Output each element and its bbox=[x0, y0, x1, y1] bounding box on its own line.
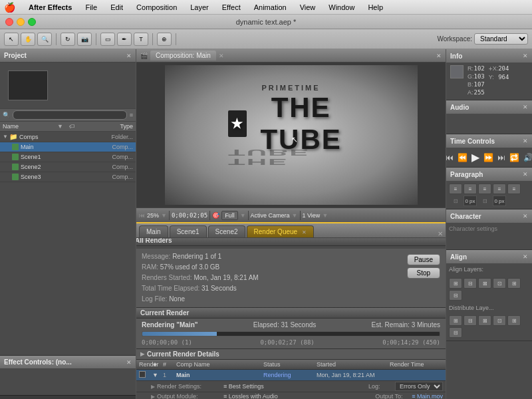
output-to-value[interactable]: ≡ Main.mov bbox=[412, 393, 443, 399]
resolution-btn[interactable]: Full bbox=[221, 211, 238, 220]
table-row[interactable]: ▼ 1 Main Rendering Mon, Jan 19, 8:21 AM bbox=[136, 370, 446, 381]
tool-pen[interactable]: ✒ bbox=[117, 33, 132, 46]
align-bottom-edge-button[interactable]: ⊟ bbox=[449, 290, 462, 301]
render-info-row: Rendering "Main" Elapsed: 31 Seconds Est… bbox=[142, 321, 440, 329]
sub-expand-icon[interactable]: ▶ bbox=[151, 394, 155, 400]
project-search-input[interactable] bbox=[13, 110, 127, 120]
dist-top-button[interactable]: ⊡ bbox=[493, 315, 506, 326]
indent-right-label: ⊡ bbox=[478, 196, 491, 206]
zoom-dropdown-icon[interactable]: ▼ bbox=[161, 212, 167, 219]
dist-bottom-button[interactable]: ⊟ bbox=[449, 327, 462, 338]
loop-button[interactable]: 🔁 bbox=[508, 152, 521, 163]
view-dropdown[interactable]: ▼ bbox=[322, 212, 328, 219]
list-item[interactable]: Scene1 Comp... bbox=[0, 152, 136, 162]
list-item[interactable]: Scene2 Comp... bbox=[0, 162, 136, 172]
tool-zoom[interactable]: 🔍 bbox=[37, 33, 52, 46]
tool-camera[interactable]: 📷 bbox=[77, 33, 92, 46]
tool-select[interactable]: ↖ bbox=[4, 33, 19, 46]
indent-right-input[interactable] bbox=[493, 196, 506, 206]
align-top-edge-button[interactable]: ⊡ bbox=[493, 278, 506, 289]
maximize-button[interactable] bbox=[28, 18, 36, 26]
comp-tab-close[interactable]: ✕ bbox=[219, 53, 224, 59]
dist-left-button[interactable]: ⊞ bbox=[449, 315, 462, 326]
tool-hand[interactable]: ✋ bbox=[21, 33, 35, 46]
menu-layer[interactable]: Layer bbox=[188, 2, 211, 13]
prev-frame-button[interactable]: ⏪ bbox=[456, 152, 469, 163]
indent-input[interactable] bbox=[464, 196, 477, 206]
res-dropdown[interactable]: ▼ bbox=[240, 212, 246, 219]
timeline-close[interactable]: ✕ bbox=[438, 230, 443, 237]
list-item[interactable]: Main Comp... bbox=[0, 142, 136, 152]
render-settings-value[interactable]: ≡ Best Settings bbox=[223, 383, 368, 390]
tab-scene2[interactable]: Scene2 bbox=[208, 225, 245, 237]
render-details-title[interactable]: ▶ Current Render Details bbox=[140, 350, 442, 358]
composition-viewer[interactable]: PRIMETIME ★ THE TUBE THE TUBE bbox=[136, 63, 446, 207]
menu-window[interactable]: Window bbox=[326, 2, 357, 13]
align-right-edge-button[interactable]: ⊠ bbox=[478, 278, 491, 289]
character-close[interactable]: ✕ bbox=[523, 213, 528, 219]
col-star-header: ★ bbox=[152, 361, 163, 368]
audio-panel-close[interactable]: ✕ bbox=[523, 104, 528, 110]
project-panel-close[interactable]: ✕ bbox=[126, 53, 132, 59]
project-panel: 🔍 ≡ Name ▼ 🏷 Type ▼ 📁 Comps Folder... bbox=[0, 63, 136, 355]
output-module-value[interactable]: ≡ Lossles with Audio bbox=[223, 393, 375, 399]
align-left-button[interactable]: ≡ bbox=[449, 184, 462, 194]
dist-h-center-button[interactable]: ⊟ bbox=[464, 315, 477, 326]
sub-expand-icon[interactable]: ▶ bbox=[151, 384, 155, 390]
comp-panel-close[interactable]: ✕ bbox=[436, 53, 442, 59]
cam-dropdown[interactable]: ▼ bbox=[292, 212, 298, 219]
align-left-edge-button[interactable]: ⊞ bbox=[449, 278, 462, 289]
tool-text[interactable]: T bbox=[134, 33, 148, 46]
dist-v-center-button[interactable]: ⊞ bbox=[507, 315, 521, 326]
audio-toggle-button[interactable]: 🔊 bbox=[522, 152, 533, 163]
play-button[interactable]: ▶ bbox=[470, 150, 481, 164]
paragraph-close[interactable]: ✕ bbox=[523, 171, 528, 178]
stop-button[interactable]: Stop bbox=[407, 267, 440, 279]
left-panel: Project ✕ 🔍 ≡ Name ▼ 🏷 bbox=[0, 49, 136, 399]
align-close[interactable]: ✕ bbox=[523, 253, 528, 260]
menu-view[interactable]: View bbox=[297, 2, 319, 13]
align-right-button[interactable]: ≡ bbox=[478, 184, 491, 194]
tab-render-queue[interactable]: Render Queue ✕ bbox=[247, 225, 314, 237]
list-item[interactable]: Scene3 Comp... bbox=[0, 172, 136, 182]
time-controls-close[interactable]: ✕ bbox=[523, 138, 528, 144]
menu-help[interactable]: Help bbox=[365, 2, 386, 13]
justify-last-button[interactable]: ≡ bbox=[507, 184, 521, 194]
menu-aftereffects[interactable]: After Effects bbox=[26, 2, 74, 13]
comp-tab-main[interactable]: Composition: Main bbox=[150, 51, 216, 61]
close-button[interactable] bbox=[5, 18, 13, 26]
effect-controls-close[interactable]: ✕ bbox=[126, 359, 132, 366]
go-end-button[interactable]: ⏭ bbox=[496, 152, 507, 163]
justify-button[interactable]: ≡ bbox=[493, 184, 506, 194]
tab-main[interactable]: Main bbox=[139, 225, 168, 237]
row-started: Mon, Jan 19, 8:21 AM bbox=[317, 372, 390, 378]
tool-rotate[interactable]: ↻ bbox=[61, 33, 75, 46]
align-h-center-button[interactable]: ⊟ bbox=[464, 278, 477, 289]
apple-menu[interactable]: 🍎 bbox=[4, 2, 15, 13]
workspace-select[interactable]: Standard bbox=[474, 33, 528, 45]
minimize-button[interactable] bbox=[17, 18, 25, 26]
tool-rect[interactable]: ▭ bbox=[100, 33, 115, 46]
menu-edit[interactable]: Edit bbox=[108, 2, 126, 13]
remain-value: 3 Minutes bbox=[412, 321, 440, 329]
next-frame-button[interactable]: ⏩ bbox=[482, 152, 495, 163]
pause-button[interactable]: Pause bbox=[407, 254, 440, 265]
menu-composition[interactable]: Composition bbox=[134, 2, 180, 13]
y-label: Y: bbox=[489, 74, 494, 80]
list-item[interactable]: ▼ 📁 Comps Folder... bbox=[0, 132, 136, 142]
align-v-center-button[interactable]: ⊞ bbox=[507, 278, 521, 289]
tab-scene1[interactable]: Scene1 bbox=[170, 225, 207, 237]
dist-right-button[interactable]: ⊠ bbox=[478, 315, 491, 326]
expand-triangle-icon: ▶ bbox=[140, 351, 144, 357]
menu-file[interactable]: File bbox=[82, 2, 100, 13]
info-panel-close[interactable]: ✕ bbox=[523, 53, 528, 59]
remain-time: Est. Remain: 3 Minutes bbox=[372, 321, 440, 329]
row-checkbox[interactable] bbox=[139, 371, 152, 379]
log-dropdown[interactable]: Errors Only bbox=[395, 382, 443, 391]
menu-effect[interactable]: Effect bbox=[219, 2, 243, 13]
align-center-button[interactable]: ≡ bbox=[464, 184, 477, 194]
x-value: 204 bbox=[498, 65, 509, 72]
tab-close-icon[interactable]: ✕ bbox=[302, 229, 307, 235]
menu-animation[interactable]: Animation bbox=[251, 2, 289, 13]
tool-brush[interactable]: ⊕ bbox=[157, 33, 172, 46]
